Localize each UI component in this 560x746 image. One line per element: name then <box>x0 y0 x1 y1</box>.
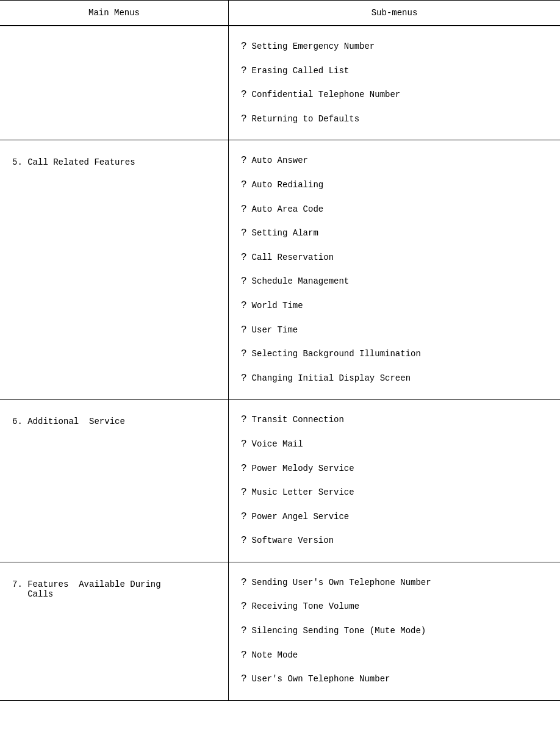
sub-item-text: Transit Connection <box>252 414 344 426</box>
bullet-icon: ? <box>241 673 247 685</box>
sub-item-text: Power Angel Service <box>252 511 350 523</box>
bullet-icon: ? <box>241 650 247 661</box>
bullet-icon: ? <box>241 252 247 264</box>
bullet-icon: ? <box>241 89 247 101</box>
bullet-icon: ? <box>241 601 247 612</box>
header-sub-menus: Sub-menus <box>229 1 560 25</box>
list-item: ?Erasing Called List <box>241 59 548 84</box>
main-cell <box>0 26 229 140</box>
list-item: ?Power Melody Service <box>241 457 548 481</box>
list-item: ?Note Mode <box>241 644 548 668</box>
bullet-icon: ? <box>241 179 247 191</box>
bullet-icon: ? <box>241 348 247 360</box>
table-row: 5. Call Related Features?Auto Answer?Aut… <box>0 140 560 400</box>
bullet-icon: ? <box>241 577 247 589</box>
sub-item-text: Receiving Tone Volume <box>252 601 359 613</box>
bullet-icon: ? <box>241 463 247 475</box>
bullet-icon: ? <box>241 373 247 384</box>
bullet-icon: ? <box>241 625 247 637</box>
sub-item-text: World Time <box>252 300 303 312</box>
table-header: Main Menus Sub-menus <box>0 0 560 26</box>
sub-item-text: Changing Initial Display Screen <box>252 373 411 385</box>
table-row: ?Setting Emergency Number?Erasing Called… <box>0 26 560 140</box>
table-body: ?Setting Emergency Number?Erasing Called… <box>0 26 560 701</box>
sub-item-text: Auto Redialing <box>252 179 324 192</box>
list-item: ?Setting Alarm <box>241 221 548 246</box>
bullet-icon: ? <box>241 414 247 426</box>
sub-item-text: Confidential Telephone Number <box>252 89 401 101</box>
header-main-menus: Main Menus <box>0 1 229 25</box>
bullet-icon: ? <box>241 300 247 312</box>
bullet-icon: ? <box>241 487 247 498</box>
list-item: ?Transit Connection <box>241 408 548 432</box>
main-cell: 7. Features Available During Calls <box>0 562 229 700</box>
sub-item-text: Voice Mail <box>252 439 303 451</box>
table-row: 7. Features Available During Calls?Sendi… <box>0 562 560 701</box>
list-item: ?User Time <box>241 318 548 343</box>
sub-item-text: User Time <box>252 325 298 337</box>
bullet-icon: ? <box>241 276 247 287</box>
list-item: ?Auto Redialing <box>241 173 548 198</box>
sub-cell: ?Auto Answer?Auto Redialing?Auto Area Co… <box>229 140 560 399</box>
bullet-icon: ? <box>241 228 247 239</box>
list-item: ?Confidential Telephone Number <box>241 83 548 107</box>
sub-item-text: Note Mode <box>252 650 298 662</box>
list-item: ?Setting Emergency Number <box>241 35 548 59</box>
list-item: ?Silencing Sending Tone (Mute Mode) <box>241 619 548 644</box>
table-row: 6. Additional Service?Transit Connection… <box>0 400 560 562</box>
list-item: ?Changing Initial Display Screen <box>241 367 548 391</box>
sub-item-text: Setting Emergency Number <box>252 41 375 53</box>
sub-cell: ?Setting Emergency Number?Erasing Called… <box>229 26 560 140</box>
main-cell-text: 5. Call Related Features <box>12 152 135 167</box>
sub-item-text: Schedule Management <box>252 276 350 288</box>
main-cell-text: 6. Additional Service <box>12 412 125 426</box>
main-cell-text: 7. Features Available During Calls <box>12 575 161 599</box>
bullet-icon: ? <box>241 65 247 77</box>
main-cell: 6. Additional Service <box>0 400 229 562</box>
list-item: ?User's Own Telephone Number <box>241 667 548 692</box>
sub-item-text: Erasing Called List <box>252 65 350 77</box>
bullet-icon: ? <box>241 535 247 547</box>
sub-cell: ?Transit Connection?Voice Mail?Power Mel… <box>229 400 560 562</box>
list-item: ?Schedule Management <box>241 270 548 294</box>
page-container: Main Menus Sub-menus ?Setting Emergency … <box>0 0 560 701</box>
list-item: ?Auto Area Code <box>241 198 548 222</box>
list-item: ?Selecting Background Illumination <box>241 342 548 367</box>
main-cell: 5. Call Related Features <box>0 140 229 399</box>
bullet-icon: ? <box>241 41 247 52</box>
bullet-icon: ? <box>241 113 247 125</box>
sub-item-text: Returning to Defaults <box>252 113 359 126</box>
sub-item-text: Call Reservation <box>252 252 334 264</box>
sub-item-text: Silencing Sending Tone (Mute Mode) <box>252 625 426 637</box>
list-item: ?Auto Answer <box>241 149 548 173</box>
sub-item-text: Auto Area Code <box>252 204 324 216</box>
bullet-icon: ? <box>241 511 247 523</box>
list-item: ?Software Version <box>241 529 548 553</box>
sub-item-text: Selecting Background Illumination <box>252 348 421 360</box>
bullet-icon: ? <box>241 439 247 450</box>
list-item: ?Sending User's Own Telephone Number <box>241 571 548 595</box>
list-item: ?Call Reservation <box>241 246 548 270</box>
bullet-icon: ? <box>241 325 247 336</box>
sub-cell: ?Sending User's Own Telephone Number?Rec… <box>229 562 560 700</box>
list-item: ?World Time <box>241 294 548 318</box>
list-item: ?Music Letter Service <box>241 481 548 505</box>
sub-item-text: User's Own Telephone Number <box>252 673 390 686</box>
list-item: ?Returning to Defaults <box>241 107 548 132</box>
list-item: ?Receiving Tone Volume <box>241 595 548 619</box>
list-item: ?Voice Mail <box>241 432 548 457</box>
sub-item-text: Software Version <box>252 535 334 547</box>
bullet-icon: ? <box>241 204 247 215</box>
sub-item-text: Sending User's Own Telephone Number <box>252 577 431 589</box>
list-item: ?Power Angel Service <box>241 505 548 529</box>
sub-item-text: Music Letter Service <box>252 487 354 499</box>
sub-item-text: Auto Answer <box>252 155 308 167</box>
bullet-icon: ? <box>241 155 247 167</box>
sub-item-text: Power Melody Service <box>252 463 354 475</box>
sub-item-text: Setting Alarm <box>252 228 318 240</box>
